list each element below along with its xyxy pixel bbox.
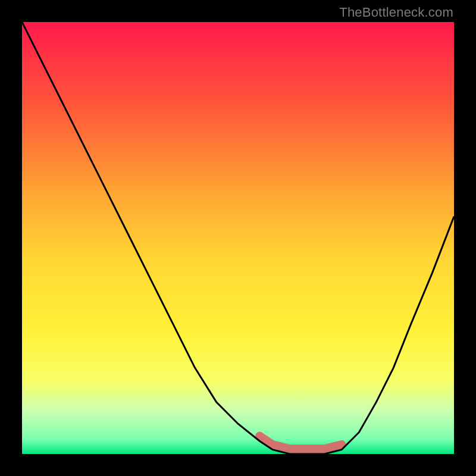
gradient-background: [22, 22, 454, 454]
chart-svg: [22, 22, 454, 454]
plot-area: [22, 22, 454, 454]
chart-frame: TheBottleneck.com: [0, 0, 476, 476]
watermark-text: TheBottleneck.com: [339, 5, 453, 20]
